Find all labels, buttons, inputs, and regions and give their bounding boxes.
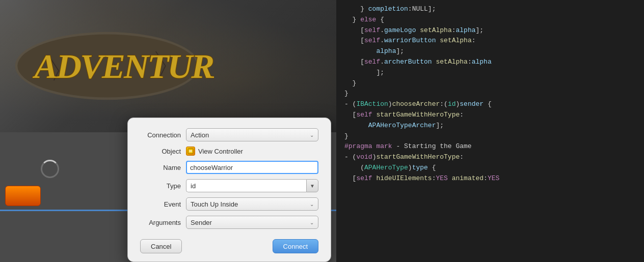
code-line-3: [self.gameLogo setAlpha:alpha]; bbox=[344, 25, 636, 36]
code-line-6: [self.archerButton setAlpha:alpha bbox=[344, 57, 636, 68]
event-control[interactable]: Touch Up Inside ⌄ bbox=[186, 197, 318, 211]
chevron-down-icon: ⌄ bbox=[310, 132, 314, 138]
connection-select[interactable]: Action ⌄ bbox=[186, 128, 318, 141]
code-line-16: #pragma mark - Starting the Game bbox=[344, 141, 636, 152]
chevron-down-icon: ⌄ bbox=[310, 201, 314, 207]
view-controller-icon bbox=[186, 147, 195, 156]
connection-control[interactable]: Action ⌄ bbox=[186, 128, 318, 141]
loading-spinner bbox=[41, 160, 59, 178]
name-control[interactable] bbox=[186, 161, 318, 174]
svg-rect-5 bbox=[189, 152, 192, 153]
code-line-7: ]; bbox=[344, 68, 636, 78]
event-row: Event Touch Up Inside ⌄ bbox=[140, 197, 318, 211]
code-line-5: alpha]; bbox=[344, 46, 636, 57]
adventure-logo-container: ADVENTURE bbox=[10, 15, 214, 107]
type-dropdown-button[interactable]: ▼ bbox=[306, 179, 318, 192]
arguments-label: Arguments bbox=[140, 219, 186, 226]
event-label: Event bbox=[140, 200, 186, 208]
code-line-17: - (void)startGameWithHeroType: bbox=[344, 152, 636, 163]
object-value: View Controller bbox=[198, 148, 243, 155]
cancel-button[interactable]: Cancel bbox=[140, 239, 182, 253]
code-line-12: [self startGameWithHeroType: bbox=[344, 110, 636, 121]
arguments-value: Sender bbox=[191, 219, 212, 226]
arguments-select[interactable]: Sender ⌄ bbox=[186, 216, 318, 229]
dialog-buttons: Cancel Connect bbox=[140, 236, 318, 253]
code-line-11: - (IBAction)chooseArcher:(id)sender { bbox=[344, 99, 636, 110]
svg-rect-4 bbox=[189, 150, 192, 151]
name-label: Name bbox=[140, 164, 186, 171]
orange-button[interactable] bbox=[5, 186, 41, 206]
code-line-8: } bbox=[344, 78, 636, 89]
event-value: Touch Up Inside bbox=[191, 200, 238, 208]
adventure-background: ADVENTURE bbox=[0, 0, 336, 132]
connection-label: Connection bbox=[140, 131, 186, 139]
name-input[interactable] bbox=[186, 161, 318, 174]
arguments-row: Arguments Sender ⌄ bbox=[140, 216, 318, 229]
code-line-1: } completion:NULL]; bbox=[344, 4, 636, 15]
code-line-19: [self hideUIElements:YES animated:YES bbox=[344, 173, 636, 184]
code-line-4: [self.warriorButton setAlpha: bbox=[344, 36, 636, 46]
object-row: Object View Controller bbox=[140, 147, 318, 156]
adventure-logo-svg: ADVENTURE bbox=[10, 15, 214, 107]
connection-dialog: Connection Action ⌄ Object View Controll… bbox=[127, 118, 331, 262]
chevron-down-icon: ⌄ bbox=[310, 220, 314, 225]
type-label: Type bbox=[140, 182, 186, 190]
arguments-control[interactable]: Sender ⌄ bbox=[186, 216, 318, 229]
code-line-14: } bbox=[344, 131, 636, 142]
chevron-down-icon: ▼ bbox=[310, 183, 315, 189]
left-panel: ADVENTURE Connection Action ⌄ Objec bbox=[0, 0, 336, 262]
type-input[interactable] bbox=[186, 179, 306, 192]
name-row: Name bbox=[140, 161, 318, 174]
code-line-13: APAHeroTypeArcher]; bbox=[344, 121, 636, 131]
code-line-9: } bbox=[344, 89, 636, 99]
code-line-2: } else { bbox=[344, 15, 636, 25]
object-label: Object bbox=[140, 148, 186, 155]
type-control: ▼ bbox=[186, 179, 318, 192]
connection-row: Connection Action ⌄ bbox=[140, 128, 318, 141]
connection-value: Action bbox=[191, 131, 209, 139]
object-control: View Controller bbox=[186, 147, 318, 156]
svg-rect-3 bbox=[188, 149, 193, 154]
connect-button[interactable]: Connect bbox=[273, 239, 318, 253]
type-row: Type ▼ bbox=[140, 179, 318, 192]
code-editor: } completion:NULL]; } else { [self.gameL… bbox=[336, 0, 644, 262]
code-line-18: (APAHeroType)type { bbox=[344, 163, 636, 173]
event-select[interactable]: Touch Up Inside ⌄ bbox=[186, 197, 318, 211]
svg-text:ADVENTURE: ADVENTURE bbox=[33, 47, 214, 85]
